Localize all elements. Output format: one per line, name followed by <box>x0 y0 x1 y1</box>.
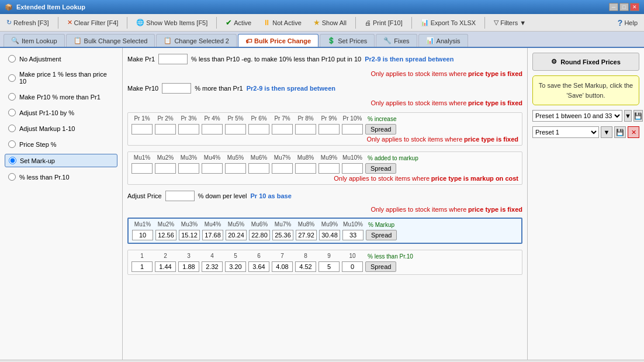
sm-mu4-input[interactable] <box>202 230 223 240</box>
preset1-save-button[interactable]: 💾 <box>633 110 643 122</box>
preset2-save-button[interactable]: 💾 <box>614 126 626 138</box>
spread-markup-button[interactable]: Spread <box>365 163 396 174</box>
pl7-input[interactable] <box>272 261 293 272</box>
preset1-select[interactable]: Preset 1 btween 10 and 33 <box>532 110 622 122</box>
sm-mu7-input[interactable] <box>272 230 293 240</box>
radio-adjust-pr1-10[interactable] <box>8 109 16 116</box>
print-button[interactable]: 🖨 Print [F10] <box>362 18 406 28</box>
tab-bar: 🔍 Item Lookup 📋 Bulk Change Selected 📋 C… <box>0 32 644 48</box>
make-pr1-section: Make Pr1 % less than Pr10 -eg. to make 1… <box>127 53 522 65</box>
not-active-button[interactable]: ⏸ Not Active <box>260 16 304 29</box>
pl8-input[interactable] <box>295 261 316 272</box>
show-all-button[interactable]: ★ Show All <box>310 16 349 29</box>
mu1-input[interactable] <box>131 163 153 174</box>
close-button[interactable]: ✕ <box>630 3 639 11</box>
refresh-button[interactable]: ↻ Refresh [F3] <box>4 17 52 28</box>
pr4-input[interactable] <box>202 124 223 135</box>
pct-less-labels: 1 2 3 4 5 6 7 8 9 10 <box>131 253 363 259</box>
option-make-price-1pct[interactable]: Make price 1 % less than price 10 <box>5 68 117 87</box>
tab-change-selected-2[interactable]: 📋 Change Selected 2 <box>156 34 237 47</box>
set-markup-spread-button[interactable]: Spread <box>366 230 397 240</box>
mu8-input[interactable] <box>295 163 316 174</box>
radio-no-adjustment[interactable] <box>8 55 16 63</box>
option-adjust-pr1-10[interactable]: Adjust Pr1-10 by % <box>5 106 117 119</box>
pr2-input[interactable] <box>155 124 176 135</box>
pl4-input[interactable] <box>202 261 223 272</box>
pr10-input[interactable] <box>342 124 363 135</box>
mu7-input[interactable] <box>272 163 293 174</box>
window-title: Extended Item Lookup <box>16 4 85 11</box>
option-set-markup[interactable]: Set Mark-up <box>5 154 117 167</box>
tab-bulk-price-change[interactable]: 🏷 Bulk Price Change <box>238 34 318 48</box>
pr9-input[interactable] <box>318 124 340 135</box>
mu3-input[interactable] <box>178 163 199 174</box>
mu4-input[interactable] <box>202 163 223 174</box>
preset2-delete-button[interactable]: ✕ <box>628 126 639 138</box>
tab-icon-change-selected: 📋 <box>164 37 172 44</box>
export-button[interactable]: 📊 Export To XLSX <box>418 17 479 28</box>
preset2-dropdown-button[interactable]: ▼ <box>601 126 612 138</box>
mu5-input[interactable] <box>225 163 246 174</box>
option-make-pr10-more[interactable]: Make Pr10 % more than Pr1 <box>5 91 117 103</box>
tab-bulk-change-selected[interactable]: 📋 Bulk Change Selected <box>66 34 155 47</box>
sm-mu10-input[interactable] <box>342 230 363 240</box>
pl10-input[interactable] <box>342 261 363 272</box>
clear-filter-button[interactable]: ✕ Clear Filter [F4] <box>64 17 122 28</box>
maximize-button[interactable]: □ <box>619 3 629 11</box>
sm-mu6-input[interactable] <box>249 230 270 240</box>
active-button[interactable]: ✔ Active <box>223 16 254 29</box>
sm-mu2-input[interactable] <box>155 230 176 240</box>
radio-set-markup[interactable] <box>9 157 16 164</box>
option-no-adjustment[interactable]: No Adjustment <box>5 53 117 65</box>
pl9-input[interactable] <box>318 261 340 272</box>
pr8-input[interactable] <box>295 124 316 135</box>
sm-mu9-input[interactable] <box>319 230 340 240</box>
radio-pct-less-pr10[interactable] <box>8 173 16 181</box>
sm-mu8-input[interactable] <box>296 230 317 240</box>
tab-icon-analysis: 📊 <box>426 37 434 44</box>
pr7-input[interactable] <box>272 124 293 135</box>
adjust-price-input[interactable] <box>165 191 195 201</box>
pl5-input[interactable] <box>225 261 246 272</box>
pl6-input[interactable] <box>248 261 269 272</box>
adjust-price-note: Only applies to stock items where price … <box>127 206 522 213</box>
option-pct-less-pr10[interactable]: % less than Pr.10 <box>5 171 117 183</box>
spread-fixed-button[interactable]: Spread <box>365 124 396 135</box>
sm-mu5-input[interactable] <box>226 230 247 240</box>
pr3-input[interactable] <box>178 124 199 135</box>
preset1-row: Preset 1 btween 10 and 33 ▼ 💾 ✕ <box>532 110 639 122</box>
tab-analysis[interactable]: 📊 Analysis <box>418 34 468 47</box>
minimize-button[interactable]: ─ <box>609 3 618 11</box>
pct-less-spread-button[interactable]: Spread <box>365 261 396 272</box>
radio-adjust-markup[interactable] <box>8 125 16 132</box>
mu2-input[interactable] <box>155 163 176 174</box>
pl1-input[interactable] <box>131 261 153 272</box>
pl3-input[interactable] <box>178 261 199 272</box>
mu6-input[interactable] <box>248 163 269 174</box>
round-prices-button[interactable]: ⚙ Round Fixed Prices <box>532 53 639 71</box>
radio-make-pr10-more[interactable] <box>8 93 16 101</box>
radio-make-price-1pct[interactable] <box>8 74 16 82</box>
tab-item-lookup[interactable]: 🔍 Item Lookup <box>4 34 65 47</box>
star-icon: ★ <box>313 18 320 27</box>
mu10-input[interactable] <box>342 163 363 174</box>
pl2-input[interactable] <box>155 261 176 272</box>
preset1-dropdown-button[interactable]: ▼ <box>624 110 632 122</box>
help-button[interactable]: ? Help <box>615 16 640 29</box>
option-price-step[interactable]: Price Step % <box>5 138 117 150</box>
mu9-input[interactable] <box>318 163 340 174</box>
pr1-input[interactable] <box>131 124 153 135</box>
sm-mu1-input[interactable] <box>132 230 153 240</box>
make-pr1-input[interactable] <box>158 54 188 64</box>
sm-mu3-input[interactable] <box>179 230 200 240</box>
make-pr10-input[interactable] <box>162 83 191 94</box>
pr6-input[interactable] <box>248 124 269 135</box>
option-adjust-markup[interactable]: Adjust Markup 1-10 <box>5 122 117 135</box>
show-web-button[interactable]: 🌐 Show Web Items [F5] <box>133 17 210 28</box>
pr5-input[interactable] <box>225 124 246 135</box>
tab-set-prices[interactable]: 💲 Set Prices <box>320 34 375 47</box>
radio-price-step[interactable] <box>8 140 16 148</box>
preset2-select[interactable]: Preset 1 <box>532 126 599 138</box>
filters-button[interactable]: ▽ Filters ▼ <box>491 17 529 28</box>
tab-fixes[interactable]: 🔧 Fixes <box>376 34 417 47</box>
